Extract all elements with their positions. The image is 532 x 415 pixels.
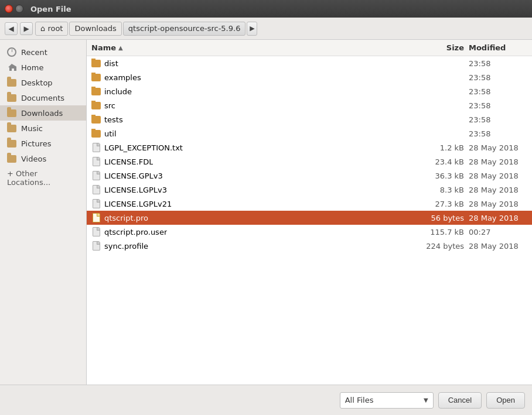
sidebar-label-pictures: Pictures (21, 139, 51, 148)
back-button[interactable]: ◀ (5, 22, 18, 35)
file-modified: 23:58 (469, 101, 527, 110)
file-name-label: LICENSE.LGPLv21 (104, 200, 172, 208)
file-name-cell: LGPL_EXCEPTION.txt (91, 143, 416, 152)
file-icon (91, 241, 101, 251)
file-modified: 28 May 2018 (469, 242, 527, 251)
file-name-cell: LICENSE.LGPLv21 (91, 199, 416, 208)
file-name-label: examples (104, 73, 141, 82)
file-icon (91, 185, 101, 194)
column-size-header[interactable]: Size (416, 43, 469, 52)
file-size: 115.7 kB (416, 228, 469, 236)
file-icon (91, 59, 101, 68)
table-row[interactable]: sync.profile 224 bytes 28 May 2018 (87, 239, 532, 253)
file-modified: 23:58 (469, 115, 527, 124)
open-button[interactable]: Open (486, 392, 525, 409)
table-row[interactable]: examples 23:58 (87, 70, 532, 84)
table-row[interactable]: LGPL_EXCEPTION.txt 1.2 kB 28 May 2018 (87, 140, 532, 155)
sort-arrow-icon: ▲ (118, 44, 123, 51)
sidebar-item-pictures[interactable]: Pictures (0, 136, 86, 151)
file-filter-dropdown[interactable]: All Files ▼ (340, 392, 434, 409)
name-header-label: Name (91, 43, 116, 52)
file-icon (91, 101, 101, 110)
file-name-cell: qtscript.pro.user (91, 227, 416, 236)
file-name-cell: examples (91, 73, 416, 82)
table-row[interactable]: src 23:58 (87, 98, 532, 112)
file-modified: 23:58 (469, 73, 527, 82)
sidebar-item-other[interactable]: + Other Locations... (0, 166, 86, 190)
file-modified: 28 May 2018 (469, 200, 527, 208)
file-modified: 28 May 2018 (469, 172, 527, 180)
recent-icon (7, 47, 16, 57)
breadcrumb-downloads[interactable]: Downloads (69, 22, 121, 36)
file-name-cell: util (91, 129, 416, 138)
sidebar-item-home[interactable]: Home (0, 60, 86, 75)
file-name-label: tests (104, 115, 123, 124)
file-name-label: LICENSE.LGPLv3 (104, 186, 167, 194)
sidebar-item-music[interactable]: Music (0, 121, 86, 136)
file-name-label: util (104, 129, 117, 138)
home-icon (7, 63, 16, 72)
file-modified: 23:58 (469, 129, 527, 138)
file-icon (91, 115, 101, 124)
breadcrumb-root[interactable]: ⌂ root (35, 22, 68, 36)
close-button[interactable] (5, 5, 13, 13)
column-name-header[interactable]: Name ▲ (91, 43, 416, 52)
sidebar-item-recent[interactable]: Recent (0, 44, 86, 60)
file-modified: 00:27 (469, 228, 527, 236)
sidebar-label-videos: Videos (21, 155, 46, 163)
table-row[interactable]: qtscript.pro.user 115.7 kB 00:27 (87, 225, 532, 239)
breadcrumb-bar: ⌂ root Downloads qtscript-opensource-src… (35, 22, 527, 36)
table-row[interactable]: LICENSE.FDL 23.4 kB 28 May 2018 (87, 155, 532, 169)
table-row[interactable]: tests 23:58 (87, 112, 532, 126)
titlebar: Open File (0, 0, 532, 18)
minimize-button[interactable] (15, 5, 23, 13)
file-modified: 28 May 2018 (469, 214, 527, 222)
file-icon (91, 213, 101, 222)
file-name-cell: LICENSE.LGPLv3 (91, 185, 416, 194)
table-row[interactable]: include 23:58 (87, 84, 532, 98)
table-row[interactable]: LICENSE.LGPLv3 8.3 kB 28 May 2018 (87, 183, 532, 197)
sidebar: Recent Home Desktop Documents (0, 40, 87, 385)
file-name-label: LGPL_EXCEPTION.txt (104, 143, 183, 152)
sidebar-label-home: Home (21, 63, 43, 72)
breadcrumb-next-arrow[interactable]: ▶ (247, 22, 257, 36)
file-size: 27.3 kB (416, 200, 469, 208)
file-name-label: qtscript.pro.user (104, 228, 167, 236)
table-row[interactable]: qtscript.pro 56 bytes 28 May 2018 (87, 211, 532, 225)
table-row[interactable]: dist 23:58 (87, 56, 532, 70)
table-row[interactable]: LICENSE.LGPLv21 27.3 kB 28 May 2018 (87, 197, 532, 211)
modified-header-label: Modified (469, 43, 506, 52)
file-icon (91, 171, 101, 180)
sidebar-label-documents: Documents (21, 94, 64, 102)
sidebar-item-documents[interactable]: Documents (0, 90, 86, 105)
sidebar-item-videos[interactable]: Videos (0, 151, 86, 166)
toolbar: ◀ ▶ ⌂ root Downloads qtscript-opensource… (0, 18, 532, 40)
file-size: 56 bytes (416, 214, 469, 222)
downloads-folder-icon (7, 108, 16, 118)
file-modified: 23:58 (469, 87, 527, 96)
sidebar-item-desktop[interactable]: Desktop (0, 75, 86, 90)
window-controls (5, 5, 23, 13)
file-modified: 23:58 (469, 59, 527, 68)
file-icon (91, 157, 101, 166)
forward-button[interactable]: ▶ (20, 22, 33, 35)
file-icon (91, 227, 101, 236)
file-icon (91, 129, 101, 138)
file-name-cell: LICENSE.GPLv3 (91, 171, 416, 180)
sidebar-label-other: + Other Locations... (7, 169, 79, 187)
file-name-label: LICENSE.GPLv3 (104, 172, 163, 180)
file-list-header: Name ▲ Size Modified (87, 40, 532, 56)
pictures-folder-icon (7, 139, 16, 148)
file-name-cell: dist (91, 59, 416, 68)
file-size: 8.3 kB (416, 186, 469, 194)
table-row[interactable]: LICENSE.GPLv3 36.3 kB 28 May 2018 (87, 169, 532, 183)
file-name-cell: sync.profile (91, 241, 416, 251)
column-modified-header[interactable]: Modified (469, 43, 527, 52)
file-name-cell: src (91, 101, 416, 110)
sidebar-item-downloads[interactable]: Downloads (0, 105, 86, 121)
file-name-label: sync.profile (104, 242, 148, 251)
table-row[interactable]: util 23:58 (87, 126, 532, 140)
breadcrumb-qtscript[interactable]: qtscript-opensource-src-5.9.6 (123, 22, 246, 36)
cancel-button[interactable]: Cancel (438, 392, 482, 409)
sidebar-label-recent: Recent (21, 48, 47, 57)
